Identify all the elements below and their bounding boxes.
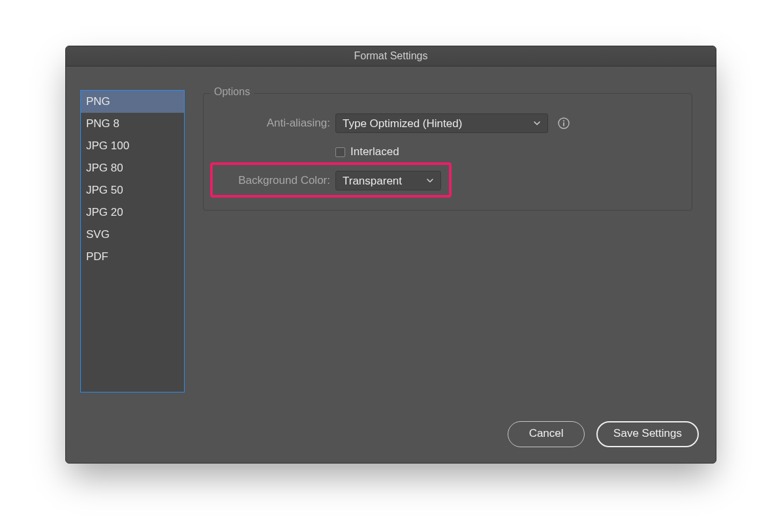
format-item-svg[interactable]: SVG [81,224,184,246]
format-list[interactable]: PNG PNG 8 JPG 100 JPG 80 JPG 50 JPG 20 S… [80,90,185,392]
background-color-select[interactable]: Transparent [335,171,441,190]
anti-aliasing-select[interactable]: Type Optimized (Hinted) [335,113,548,133]
format-item-png8[interactable]: PNG 8 [81,113,184,135]
anti-aliasing-row: Anti-aliasing: Type Optimized (Hinted) [214,111,681,136]
list-item-label: SVG [86,228,110,241]
background-color-row: Background Color: Transparent [214,168,681,193]
list-item-label: PNG 8 [86,117,119,130]
anti-aliasing-label: Anti-aliasing: [214,117,335,130]
list-item-label: PDF [86,250,108,263]
format-settings-dialog: Format Settings PNG PNG 8 JPG 100 JPG 80… [65,46,716,464]
anti-aliasing-value: Type Optimized (Hinted) [343,117,462,130]
options-panel: Options Anti-aliasing: Type Optimized (H… [203,93,692,211]
format-item-jpg80[interactable]: JPG 80 [81,157,184,179]
info-icon[interactable] [557,117,570,130]
chevron-down-icon [426,177,434,185]
interlaced-row: Interlaced [214,140,681,164]
list-item-label: JPG 100 [86,140,129,152]
list-item-label: JPG 80 [86,162,123,174]
svg-point-1 [563,120,564,121]
format-item-jpg50[interactable]: JPG 50 [81,179,184,201]
interlaced-checkbox[interactable] [335,147,345,157]
background-color-label: Background Color: [214,174,335,187]
format-item-jpg20[interactable]: JPG 20 [81,201,184,224]
format-item-png[interactable]: PNG [81,91,184,113]
chevron-down-icon [533,119,541,127]
svg-rect-2 [563,123,564,126]
dialog-buttons: Cancel Save Settings [508,421,699,447]
format-item-pdf[interactable]: PDF [81,246,184,268]
format-item-jpg100[interactable]: JPG 100 [81,135,184,157]
dialog-body: PNG PNG 8 JPG 100 JPG 80 JPG 50 JPG 20 S… [66,66,716,463]
list-item-label: JPG 50 [86,184,123,196]
cancel-button[interactable]: Cancel [508,421,585,447]
interlaced-label: Interlaced [350,145,399,158]
options-legend: Options [210,86,254,98]
background-color-value: Transparent [343,175,402,187]
list-item-label: JPG 20 [86,206,123,218]
list-item-label: PNG [86,95,110,108]
save-settings-button[interactable]: Save Settings [596,421,699,447]
dialog-title: Format Settings [66,46,716,66]
